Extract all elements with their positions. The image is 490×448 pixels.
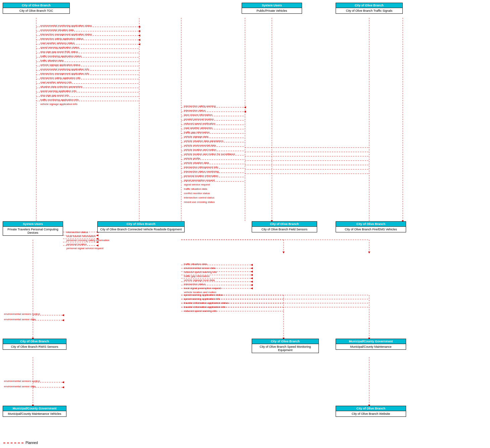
system-users-vehicles-body: Public/Private Vehicles [242, 8, 302, 13]
flow-env-situation-data: environmental situation data [40, 29, 74, 32]
flow-personal-location-info: personal location information [184, 174, 218, 177]
svg-marker-57 [283, 251, 285, 254]
flow-speed-warning-app-info: speed warning application info [184, 297, 220, 300]
fire-ems-body: City of Olive Branch Fire/EMS Vehicles [336, 227, 406, 232]
svg-marker-46 [244, 111, 246, 113]
flow-lane-closure-info: lane closure information [184, 113, 212, 116]
flow-env-sensor-data3: environmental sensor data [4, 385, 36, 388]
svg-marker-24 [138, 43, 140, 45]
flow-local-traveler-info: local traveler information [66, 235, 96, 238]
fire-ems-header: City of Olive Branch [336, 222, 406, 227]
flow-personal-crossing-safety: personal crossing safety information [66, 239, 109, 242]
svg-marker-70 [96, 244, 98, 246]
flow-vehicle-situation-data: vehicle situation data [184, 161, 209, 164]
flow-personal-location: personal location [66, 243, 87, 246]
legend-line [3, 443, 23, 443]
rwis-sensors-node: City of Olive Branch City of Olive Branc… [3, 339, 66, 350]
flow-reduced-speed-warning-info: reduced speed warning info [184, 271, 217, 274]
connected-vehicle-rse-body: City of Olive Branch Connected Vehicle R… [98, 227, 184, 232]
flow-road-weather-info: road weather advisory info [40, 81, 72, 84]
private-travelers-body: Private Travelers Personal Computing Dev… [3, 227, 63, 235]
svg-marker-45 [244, 106, 246, 108]
flow-proxied-personal-location: proxied personal location [184, 118, 214, 121]
flow-vehicle-signage-local: vehicle signage local data [184, 279, 215, 282]
speed-monitoring-body: City of Olive Branch Speed Monitoring Eq… [252, 344, 318, 353]
flow-speed-warning-status: speed warning application status [40, 46, 79, 49]
fire-ems-node: City of Olive Branch City of Olive Branc… [336, 221, 406, 232]
flow-traffic-gap-info: traffic gap information [184, 131, 210, 134]
flow-env-sensors-control2: environmental sensors control [4, 380, 40, 383]
field-sensors-node: City of Olive Branch City of Olive Branc… [252, 221, 317, 232]
svg-marker-111 [62, 381, 64, 383]
connected-vehicle-rse-node: City of Olive Branch City of Olive Branc… [97, 221, 185, 232]
flow-intersection-safety-info: intersection safety application info [40, 76, 81, 79]
traffic-signals-header: City of Olive Branch [336, 3, 402, 8]
olive-branch-website-node: City of Olive Branch City of Olive Branc… [336, 406, 406, 417]
flow-vehicle-location-motion: vehicle location and motion [184, 148, 216, 151]
svg-marker-22 [138, 35, 140, 37]
traffic-signals-body: City of Olive Branch Traffic Signals [336, 8, 402, 13]
flow-env-sensors-control: environmental sensors control [4, 313, 40, 316]
svg-marker-105 [62, 314, 64, 316]
olive-branch-website-header: City of Olive Branch [336, 406, 406, 411]
flow-vehicle-signage-info: vehicle signage application info [40, 103, 78, 106]
flow-conflict-monitor-status: conflict monitor status [184, 192, 210, 195]
flow-speed-warning-info: speed warning application info [40, 90, 77, 93]
connections-svg [0, 0, 490, 448]
svg-marker-80 [251, 267, 253, 269]
flow-env-sensor-data2: environmental sensor data [4, 318, 36, 321]
flow-traffic-monitoring-info: traffic monitoring application info [40, 98, 79, 101]
svg-marker-85 [251, 284, 253, 286]
svg-marker-112 [62, 386, 64, 388]
flow-signal-service-request: signal service request [184, 183, 210, 186]
private-travelers-node: System Users Private Travelers Personal … [3, 221, 63, 236]
flow-intersection-mgmt-info: intersection management application info [40, 72, 89, 75]
flow-intersection-control-status: intersection control status [184, 196, 214, 199]
rwis-sensors-body: City of Olive Branch RWIS Sensors [3, 344, 66, 349]
svg-marker-79 [251, 264, 253, 266]
private-travelers-header: System Users [3, 222, 63, 227]
municipal-maintenance-vehicles-node: Municipal/County Government Municipal/Co… [3, 406, 66, 417]
flow-road-weather-advisory-status: road weather advisory status [40, 42, 75, 45]
flow-traveler-info-app-info: traveler information application info [184, 305, 226, 309]
flow-traffic-situation: traffic situation data [40, 59, 63, 62]
flow-traffic-gap-info2: traffic gap information [184, 275, 210, 278]
svg-marker-20 [138, 26, 140, 28]
olive-branch-toc-header: City of Olive Branch [3, 3, 69, 8]
flow-vehicle-signage-status: vehicle signage application status [40, 63, 80, 66]
municipal-maintenance-node: Municipal/County Government Municipal/Co… [336, 339, 406, 350]
svg-marker-82 [251, 274, 253, 276]
municipal-maintenance-body: Municipal/County Maintenance [336, 344, 406, 349]
flow-signal-preemption: signal preemption request [184, 179, 215, 182]
speed-monitoring-node: City of Olive Branch City of Olive Branc… [252, 339, 319, 353]
diagram-container: City of Olive Branch City of Olive Branc… [0, 0, 490, 448]
flow-env-monitoring-status: environmental monitoring application sta… [40, 24, 92, 27]
legend-label: Planned [26, 441, 38, 445]
flow-traveler-info-app-status: traveler information application status [184, 301, 229, 304]
municipal-maintenance-vehicles-body: Municipal/County Maintenance Vehicles [3, 411, 66, 416]
olive-branch-website-body: City of Olive Branch Website [336, 411, 406, 416]
system-users-vehicles-header: System Users [242, 3, 302, 8]
flow-vehicle-situation-params: vehicle situation data parameters [184, 139, 223, 143]
flow-reduced-speed-warning-info2: reduced speed warning info [184, 310, 217, 313]
connected-vehicle-rse-header: City of Olive Branch [98, 222, 184, 227]
olive-branch-toc-body: City of Olive Branch TOC [3, 8, 69, 13]
field-sensors-header: City of Olive Branch [252, 222, 317, 227]
svg-marker-83 [251, 277, 253, 279]
flow-intersection-status: intersection status [184, 109, 205, 112]
flow-vehicle-profile: vehicle profile [184, 157, 200, 160]
svg-marker-86 [251, 287, 253, 289]
flow-intersection-status2: intersection status [66, 231, 88, 234]
svg-marker-21 [138, 30, 140, 32]
municipal-maintenance-header: Municipal/County Government [336, 339, 406, 344]
flow-local-signal-preemption: local signal preemption request [184, 287, 221, 290]
flow-traffic-situation-data2: traffic situation data [184, 187, 207, 190]
svg-marker-84 [251, 281, 253, 283]
svg-marker-81 [251, 271, 253, 273]
svg-marker-106 [62, 319, 64, 321]
flow-vehicle-location-surveillance: vehicle location and motion for surveill… [184, 153, 235, 156]
svg-marker-23 [138, 39, 140, 41]
flow-personal-signal-service: personal signal service request [66, 247, 103, 250]
speed-monitoring-header: City of Olive Branch [252, 339, 318, 344]
flow-intersection-safety-warning: intersection safety warning [184, 105, 216, 108]
